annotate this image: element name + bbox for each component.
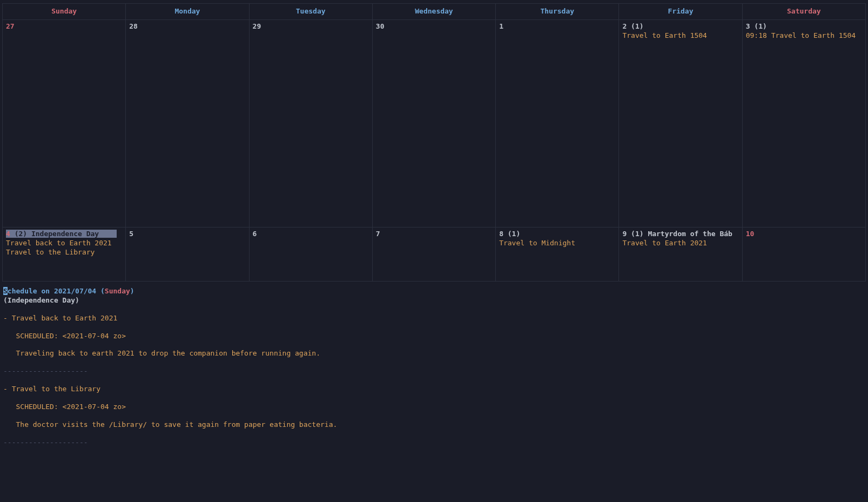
day-number: 6 <box>253 230 257 238</box>
calendar-table: Sunday Monday Tuesday Wednesday Thursday… <box>2 3 866 282</box>
day-number: 3 (1) <box>746 22 767 30</box>
cursor: S <box>3 287 8 295</box>
weekday-header-row: Sunday Monday Tuesday Wednesday Thursday… <box>3 4 866 20</box>
day-number: 5 <box>129 230 133 238</box>
day-number: 8 (1) <box>499 230 520 238</box>
day-number: 30 <box>376 22 385 30</box>
day-cell-7[interactable]: 7 <box>372 227 495 281</box>
schedule-scheduled: SCHEDULED: <2021-07-04 zo> <box>3 403 865 412</box>
schedule-title: Schedule on 2021/07/04 (Sunday) <box>3 287 865 296</box>
header-tuesday: Tuesday <box>249 4 372 20</box>
header-monday: Monday <box>126 4 249 20</box>
day-cell-3[interactable]: 3 (1) 09:18 Travel to Earth 1504 <box>742 19 865 227</box>
day-cell-9[interactable]: 9 (1) Martyrdom of the Báb Travel to Ear… <box>619 227 742 281</box>
schedule-divider: -------------------- <box>3 367 865 376</box>
day-number: 28 <box>129 22 138 30</box>
day-cell-28[interactable]: 28 <box>126 19 249 227</box>
selected-day-header: 4 (2) Independence Day <box>6 230 117 238</box>
calendar-event[interactable]: Travel to Earth 2021 <box>622 239 738 248</box>
calendar-week-2: 4 (2) Independence Day Travel back to Ea… <box>3 227 866 281</box>
schedule-divider: -------------------- <box>3 438 865 447</box>
day-number: 1 <box>499 22 503 30</box>
calendar-event[interactable]: 09:18 Travel to Earth 1504 <box>746 31 862 41</box>
day-cell-4-selected[interactable]: 4 (2) Independence Day Travel back to Ea… <box>3 227 126 281</box>
schedule-holiday: (Independence Day) <box>3 296 865 305</box>
calendar-week-1: 27 28 29 30 1 2 (1) Travel to Earth 1504… <box>3 19 866 227</box>
day-number: 27 <box>6 22 15 30</box>
day-cell-27[interactable]: 27 <box>3 19 126 227</box>
calendar-event[interactable]: Travel to the Library <box>6 248 122 257</box>
schedule-scheduled: SCHEDULED: <2021-07-04 zo> <box>3 332 865 341</box>
schedule-item[interactable]: - Travel to the Library <box>3 385 865 394</box>
schedule-panel: Schedule on 2021/07/04 (Sunday) (Indepen… <box>0 282 868 447</box>
day-cell-5[interactable]: 5 <box>126 227 249 281</box>
header-wednesday: Wednesday <box>372 4 495 20</box>
header-saturday: Saturday <box>742 4 865 20</box>
day-number: 29 <box>253 22 261 30</box>
day-number: 2 (1) <box>622 22 643 30</box>
schedule-description: The doctor visits the /Library/ to save … <box>3 420 865 430</box>
calendar-event[interactable]: Travel back to Earth 2021 <box>6 239 122 248</box>
day-number: 7 <box>376 230 380 238</box>
day-number: 10 <box>746 230 755 238</box>
schedule-description: Traveling back to earth 2021 to drop the… <box>3 349 865 358</box>
header-thursday: Thursday <box>496 4 619 20</box>
schedule-item[interactable]: - Travel back to Earth 2021 <box>3 314 865 323</box>
day-cell-30[interactable]: 30 <box>372 19 495 227</box>
day-cell-6[interactable]: 6 <box>249 227 372 281</box>
day-cell-2[interactable]: 2 (1) Travel to Earth 1504 <box>619 19 742 227</box>
calendar-event[interactable]: Travel to Earth 1504 <box>622 31 738 41</box>
header-sunday: Sunday <box>3 4 126 20</box>
day-number: 9 (1) Martyrdom of the Báb <box>622 230 732 238</box>
calendar-grid: Sunday Monday Tuesday Wednesday Thursday… <box>0 0 868 282</box>
day-cell-10[interactable]: 10 <box>742 227 865 281</box>
day-cell-8[interactable]: 8 (1) Travel to Midnight <box>496 227 619 281</box>
day-cell-29[interactable]: 29 <box>249 19 372 227</box>
day-cell-1[interactable]: 1 <box>496 19 619 227</box>
header-friday: Friday <box>619 4 742 20</box>
calendar-event[interactable]: Travel to Midnight <box>499 239 615 248</box>
